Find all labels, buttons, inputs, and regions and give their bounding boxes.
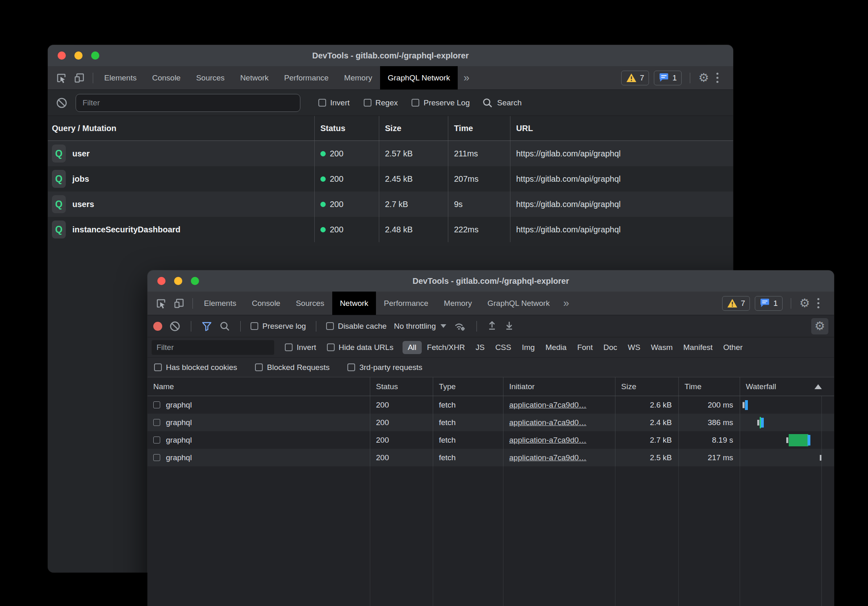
tab-console[interactable]: Console: [144, 66, 188, 89]
export-har-icon[interactable]: [504, 320, 515, 332]
preserve-log-checkbox[interactable]: [412, 99, 419, 107]
throttling-dropdown[interactable]: No throttling: [394, 322, 446, 331]
type-chip-css[interactable]: CSS: [490, 341, 517, 354]
device-toolbar-icon[interactable]: [173, 297, 185, 310]
tab-network[interactable]: Network: [332, 292, 376, 315]
tab-performance[interactable]: Performance: [276, 66, 336, 89]
column-header-time[interactable]: Time: [448, 116, 510, 140]
type-chip-manifest[interactable]: Manifest: [678, 341, 718, 354]
disable-cache-checkbox-group[interactable]: Disable cache: [326, 322, 387, 331]
tab-performance[interactable]: Performance: [376, 292, 436, 315]
column-header-name[interactable]: Name: [148, 377, 370, 396]
more-tabs-icon[interactable]: »: [557, 292, 575, 315]
invert-checkbox[interactable]: [318, 99, 326, 107]
graphql-request-row[interactable]: QinstanceSecurityDashboard 200 2.48 kB 2…: [48, 217, 733, 242]
type-chip-img[interactable]: Img: [517, 341, 540, 354]
tab-network[interactable]: Network: [233, 66, 277, 89]
settings-gear-icon[interactable]: ⚙: [799, 297, 810, 309]
tab-graphql-network[interactable]: GraphQL Network: [480, 292, 557, 315]
tab-sources[interactable]: Sources: [188, 66, 233, 89]
type-chip-js[interactable]: JS: [470, 341, 490, 354]
hide-data-urls-checkbox-group[interactable]: Hide data URLs: [327, 343, 394, 352]
initiator-link[interactable]: application-a7ca9d0…: [509, 453, 586, 462]
disable-cache-checkbox[interactable]: [326, 322, 334, 330]
type-chip-font[interactable]: Font: [572, 341, 598, 354]
row-checkbox[interactable]: [153, 454, 160, 461]
messages-badge[interactable]: 1: [654, 71, 682, 85]
initiator-link[interactable]: application-a7ca9d0…: [509, 418, 586, 427]
tab-console[interactable]: Console: [244, 292, 288, 315]
type-chip-media[interactable]: Media: [540, 341, 572, 354]
network-conditions-icon[interactable]: [453, 320, 467, 332]
regex-checkbox[interactable]: [364, 99, 371, 107]
clear-icon[interactable]: [169, 320, 181, 332]
invert-checkbox-group[interactable]: Invert: [318, 98, 350, 107]
row-checkbox[interactable]: [153, 419, 160, 426]
blocked-requests-checkbox[interactable]: [255, 363, 263, 371]
import-har-icon[interactable]: [487, 320, 497, 332]
type-chip-other[interactable]: Other: [718, 341, 748, 354]
row-checkbox[interactable]: [153, 437, 160, 443]
more-tabs-icon[interactable]: »: [458, 66, 475, 89]
device-toolbar-icon[interactable]: [73, 72, 85, 84]
warnings-badge[interactable]: 7: [722, 296, 750, 311]
network-request-row[interactable]: graphql 200 fetch application-a7ca9d0… 2…: [148, 414, 834, 431]
preserve-log-checkbox[interactable]: [251, 322, 258, 330]
has-blocked-cookies-checkbox-group[interactable]: Has blocked cookies: [154, 363, 237, 372]
column-header-size[interactable]: Size: [615, 377, 678, 396]
tab-sources[interactable]: Sources: [288, 292, 332, 315]
type-chip-ws[interactable]: WS: [622, 341, 646, 354]
type-chip-wasm[interactable]: Wasm: [646, 341, 678, 354]
settings-gear-icon[interactable]: ⚙: [698, 72, 709, 84]
type-chip-fetch-xhr[interactable]: Fetch/XHR: [422, 341, 470, 354]
inspect-element-icon[interactable]: [155, 297, 167, 310]
filter-funnel-icon[interactable]: [201, 321, 213, 332]
invert-checkbox[interactable]: [285, 343, 293, 351]
column-header-time[interactable]: Time: [678, 377, 740, 396]
tab-memory[interactable]: Memory: [436, 292, 480, 315]
column-header-status[interactable]: Status: [314, 116, 379, 140]
blocked-requests-checkbox-group[interactable]: Blocked Requests: [255, 363, 329, 372]
overflow-menu-icon[interactable]: [714, 73, 721, 83]
clear-icon[interactable]: [55, 96, 68, 109]
type-chip-doc[interactable]: Doc: [598, 341, 622, 354]
column-header-status[interactable]: Status: [370, 377, 433, 396]
filter-input[interactable]: [76, 94, 300, 112]
third-party-requests-checkbox-group[interactable]: 3rd-party requests: [347, 363, 422, 372]
tab-elements[interactable]: Elements: [196, 292, 244, 315]
tab-elements[interactable]: Elements: [96, 66, 144, 89]
row-checkbox[interactable]: [153, 401, 160, 408]
graphql-request-row[interactable]: Quser 200 2.57 kB 211ms https://gitlab.c…: [48, 141, 733, 166]
network-request-row[interactable]: graphql 200 fetch application-a7ca9d0… 2…: [148, 449, 834, 466]
preserve-log-checkbox-group[interactable]: Preserve log: [251, 322, 306, 331]
regex-checkbox-group[interactable]: Regex: [364, 98, 398, 107]
tab-graphql-network[interactable]: GraphQL Network: [380, 66, 458, 89]
has-blocked-cookies-checkbox[interactable]: [154, 363, 162, 371]
type-chip-all[interactable]: All: [403, 341, 422, 354]
search-button[interactable]: Search: [482, 97, 521, 109]
column-header-size[interactable]: Size: [379, 116, 448, 140]
network-request-row[interactable]: graphql 200 fetch application-a7ca9d0… 2…: [148, 431, 834, 449]
column-header-initiator[interactable]: Initiator: [503, 377, 615, 396]
column-header-type[interactable]: Type: [433, 377, 503, 396]
inspect-element-icon[interactable]: [55, 72, 67, 84]
warnings-badge[interactable]: 7: [621, 71, 649, 85]
network-settings-button[interactable]: ⚙: [811, 318, 828, 334]
preserve-log-checkbox-group[interactable]: Preserve Log: [412, 98, 470, 107]
graphql-request-row[interactable]: Qjobs 200 2.45 kB 207ms https://gitlab.c…: [48, 166, 733, 192]
overflow-menu-icon[interactable]: [815, 298, 822, 308]
search-icon[interactable]: [219, 321, 230, 332]
record-network-log-button[interactable]: [153, 322, 162, 331]
network-filter-input[interactable]: [152, 340, 274, 355]
third-party-requests-checkbox[interactable]: [347, 363, 355, 371]
initiator-link[interactable]: application-a7ca9d0…: [509, 401, 586, 410]
tab-memory[interactable]: Memory: [336, 66, 380, 89]
invert-checkbox-group[interactable]: Invert: [285, 343, 316, 352]
column-header-query-mutation[interactable]: Query / Mutation: [48, 116, 314, 140]
initiator-link[interactable]: application-a7ca9d0…: [509, 436, 586, 445]
column-header-waterfall[interactable]: Waterfall: [740, 377, 834, 396]
graphql-request-row[interactable]: Qusers 200 2.7 kB 9s https://gitlab.com/…: [48, 192, 733, 217]
messages-badge[interactable]: 1: [755, 296, 783, 311]
hide-data-urls-checkbox[interactable]: [327, 343, 335, 351]
network-request-row[interactable]: graphql 200 fetch application-a7ca9d0… 2…: [148, 396, 834, 414]
